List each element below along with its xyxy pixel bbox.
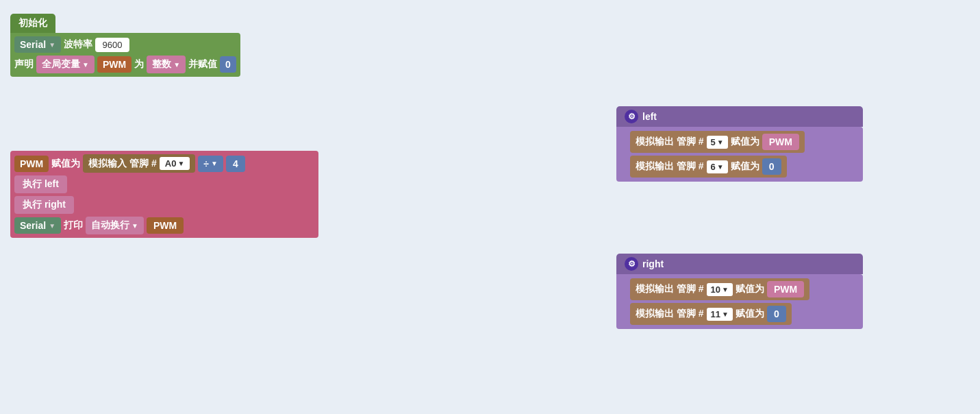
newline-arrow: ▼ [131, 222, 138, 230]
right-func-body: 模拟输出 管脚 # 10 ▼ 赋值为 PWM 模拟输出 管脚 # 11 [616, 274, 863, 329]
right-gear-icon: ⚙ [625, 257, 638, 271]
declare-row: 声明 全局变量 ▼ PWM 为 整数 ▼ 并赋值 0 [14, 56, 236, 73]
right-assign1-label: 赋值为 [736, 283, 764, 295]
right-pin1-dropdown[interactable]: 10 ▼ [707, 283, 733, 296]
workspace: 初始化 Serial ▼ 波特率 9600 声明 全局变量 ▼ [0, 0, 980, 414]
pin-dropdown[interactable]: A0 ▼ [160, 157, 190, 170]
serial-print-block: Serial ▼ [14, 217, 61, 234]
serial-dropdown-arrow[interactable]: ▼ [49, 41, 55, 49]
print-label: 打印 [64, 219, 83, 232]
type-arrow: ▼ [173, 61, 180, 69]
right-pin2-dropdown[interactable]: 11 ▼ [707, 308, 733, 321]
baud-label: 波特率 [64, 38, 92, 51]
serial-print-row: Serial ▼ 打印 自动换行 ▼ PWM [14, 217, 314, 234]
baud-value[interactable]: 9600 [95, 38, 129, 52]
right-row1: 模拟输出 管脚 # 10 ▼ 赋值为 PWM [630, 278, 859, 300]
pwm-label-block: PWM [14, 156, 49, 172]
left-pin2-dropdown[interactable]: 6 ▼ [707, 160, 728, 173]
init-block-group: 初始化 Serial ▼ 波特率 9600 声明 全局变量 ▼ [10, 14, 240, 77]
loop-block-group: PWM 赋值为 模拟输入 管脚 # A0 ▼ ÷ ▼ 4 [10, 151, 318, 238]
right-zero-value2: 0 [767, 306, 786, 322]
pin-arrow: ▼ [177, 160, 184, 167]
right-pin2-arrow: ▼ [722, 310, 729, 318]
left-func-header: ⚙ left [616, 106, 863, 127]
assign-label: 并赋值 [188, 58, 217, 71]
exec-left-row: 执行 left [14, 175, 314, 193]
left-assign2-label: 赋值为 [731, 160, 759, 173]
pwm-assign-row: PWM 赋值为 模拟输入 管脚 # A0 ▼ ÷ ▼ 4 [14, 154, 314, 173]
pwm-print-block: PWM [147, 217, 184, 234]
left-analog-out1: 模拟输出 管脚 # 5 ▼ 赋值为 PWM [630, 131, 805, 153]
left-func-group: ⚙ left 模拟输出 管脚 # 5 ▼ 赋值为 PWM [616, 106, 863, 182]
scope-arrow: ▼ [82, 61, 89, 69]
left-pwm-value1: PWM [762, 134, 799, 150]
var-name-block: PWM [97, 56, 131, 73]
scope-dropdown[interactable]: 全局变量 ▼ [36, 56, 95, 73]
left-pin2-arrow: ▼ [717, 163, 724, 171]
right-func-header: ⚙ right [616, 254, 863, 274]
left-pin1-dropdown[interactable]: 5 ▼ [707, 136, 728, 149]
left-zero-value2: 0 [762, 158, 781, 175]
left-analog-out2: 模拟输出 管脚 # 6 ▼ 赋值为 0 [630, 156, 787, 178]
div-value-block: 4 [226, 156, 245, 172]
newline-dropdown[interactable]: 自动换行 ▼ [86, 217, 144, 234]
exec-right-row: 执行 right [14, 196, 314, 214]
div-arrow: ▼ [211, 160, 218, 167]
right-row2: 模拟输出 管脚 # 11 ▼ 赋值为 0 [630, 303, 859, 325]
exec-right-block: 执行 right [14, 196, 74, 214]
right-pin1-arrow: ▼ [722, 286, 729, 293]
init-body: Serial ▼ 波特率 9600 声明 全局变量 ▼ PWM 为 整数 [10, 33, 240, 77]
serial-row: Serial ▼ 波特率 9600 [14, 36, 236, 53]
type-label: 为 [134, 58, 144, 71]
serial-print-arrow[interactable]: ▼ [49, 222, 55, 230]
loop-body: PWM 赋值为 模拟输入 管脚 # A0 ▼ ÷ ▼ 4 [10, 151, 318, 238]
left-pin1-arrow: ▼ [717, 138, 724, 146]
right-analog-out2: 模拟输出 管脚 # 11 ▼ 赋值为 0 [630, 303, 792, 325]
left-func-body: 模拟输出 管脚 # 5 ▼ 赋值为 PWM 模拟输出 管脚 # 6 [616, 127, 863, 182]
left-gear-icon: ⚙ [625, 110, 638, 123]
assign-label: 赋值为 [51, 158, 80, 170]
left-row2: 模拟输出 管脚 # 6 ▼ 赋值为 0 [630, 156, 859, 178]
right-pwm-value1: PWM [767, 281, 804, 297]
serial-block: Serial ▼ [14, 36, 61, 53]
left-row1: 模拟输出 管脚 # 5 ▼ 赋值为 PWM [630, 131, 859, 153]
right-func-group: ⚙ right 模拟输出 管脚 # 10 ▼ 赋值为 PWM [616, 254, 863, 329]
right-analog-out1: 模拟输出 管脚 # 10 ▼ 赋值为 PWM [630, 278, 809, 300]
assign-value: 0 [220, 56, 236, 73]
div-op-block[interactable]: ÷ ▼ [198, 156, 223, 172]
analog-input-block: 模拟输入 管脚 # A0 ▼ [83, 154, 195, 173]
left-assign1-label: 赋值为 [731, 136, 759, 148]
init-header: 初始化 [10, 14, 55, 33]
type-dropdown[interactable]: 整数 ▼ [147, 56, 186, 73]
right-assign2-label: 赋值为 [736, 308, 764, 320]
exec-left-block: 执行 left [14, 175, 67, 193]
declare-label: 声明 [14, 58, 34, 71]
